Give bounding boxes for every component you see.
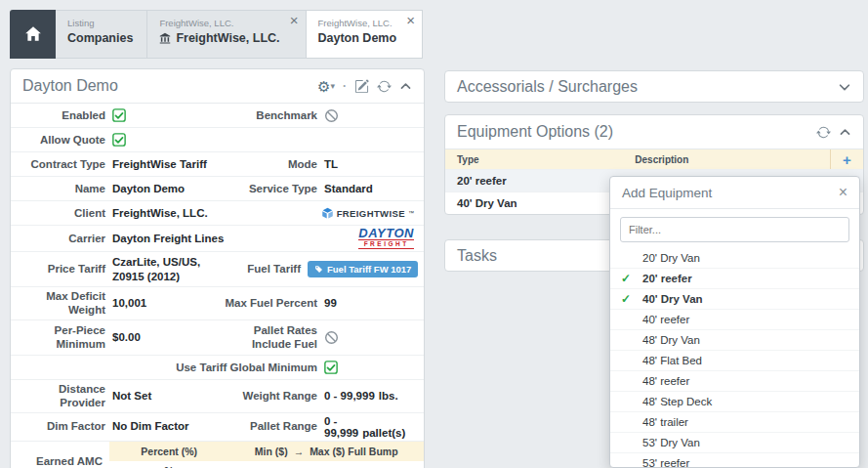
field-row: Dim Factor No Dim Factor Pallet Range 0 … (11, 413, 424, 442)
pallet-range-value: 0 - 99,999pallet(s) (324, 415, 414, 439)
close-icon[interactable]: × (839, 185, 847, 200)
check-icon: ✓ (621, 292, 631, 306)
tab-home[interactable] (10, 10, 56, 59)
list-item[interactable]: 48' Flat Bed (610, 351, 859, 371)
amc-col-min: Min ($) (255, 446, 288, 457)
chevron-up-icon (839, 126, 851, 139)
field-label: Pallet Range (224, 419, 324, 433)
field-label: Max Deficit Weight (21, 289, 112, 318)
field-label: Max Fuel Percent (224, 296, 324, 310)
close-icon[interactable]: × (406, 13, 415, 27)
list-item[interactable]: 48' Step Deck (610, 392, 859, 412)
list-item[interactable]: 53' Dry Van (610, 433, 859, 453)
dayton-logo-line1: DAYTON (358, 228, 414, 239)
plus-icon: + (843, 151, 851, 168)
collapse-equipment-button[interactable] (839, 126, 851, 139)
field-label: Weight Range (224, 389, 324, 403)
field-label: Contract Type (21, 157, 112, 171)
tasks-title: Tasks (457, 247, 497, 265)
accessorials-title: Accessorials / Surcharges (457, 78, 638, 96)
field-row: Name Dayton Demo Service Type Standard (11, 177, 424, 201)
popover-title: Add Equipment (622, 186, 712, 200)
list-item[interactable]: ✓20' reefer (610, 269, 859, 289)
field-label: Dim Factor (21, 419, 112, 433)
amc-col-max: Max ($) Full Bump (310, 446, 397, 457)
field-row: Per-Piece Minimum $0.00 Pallet Rates Inc… (11, 320, 424, 356)
ban-icon (324, 330, 414, 345)
equipment-options-title: Equipment Options (2) (457, 123, 613, 141)
list-item[interactable]: 53' reefer (610, 453, 859, 468)
price-tariff-value: CzarLite, US/US, Z0915 (2012) (112, 255, 224, 283)
weight-range-number: 0 - 99,999 (324, 390, 375, 402)
weight-range-value: 0 - 99,999lbs. (324, 390, 414, 402)
list-item[interactable]: 48' reefer (610, 371, 859, 392)
list-item[interactable]: 40' reefer (610, 310, 859, 330)
settings-dropdown-button[interactable]: ⚙ ▾ (317, 79, 335, 94)
field-label: Allow Quote (21, 133, 112, 147)
field-row: Max Deficit Weight 10,001 Max Fuel Perce… (11, 287, 424, 320)
add-equipment-button[interactable]: + (830, 149, 863, 169)
tab-dayton-demo[interactable]: × FreightWise, LLC. Dayton Demo (307, 10, 424, 59)
expand-accessorials-button[interactable] (838, 80, 851, 94)
pallet-rates-include-fuel-value (324, 330, 414, 345)
tab-label: Dayton Demo (318, 31, 397, 45)
tag-icon (314, 265, 323, 274)
refresh-equipment-button[interactable] (816, 125, 831, 140)
fuel-tariff-button[interactable]: Fuel Tariff FW 1017 (308, 261, 418, 277)
collapse-button[interactable] (399, 80, 412, 93)
arrow-right-icon: → (294, 446, 305, 457)
allow-quote-checkbox[interactable] (112, 133, 224, 147)
tab-companies[interactable]: Listing Companies (56, 10, 147, 59)
field-label: Per-Piece Minimum (21, 323, 112, 352)
use-tariff-global-minimum-checkbox[interactable] (324, 361, 414, 374)
equipment-option-label: 53' Dry Van (642, 437, 700, 448)
tab-caption: Listing (67, 18, 133, 28)
column-header-type: Type (445, 149, 629, 169)
equipment-options-list: 20' Dry Van ✓20' reefer ✓40' Dry Van 40'… (610, 248, 859, 468)
field-row: Distance Provider Not Set Weight Range 0… (11, 380, 424, 413)
field-label: Benchmark (224, 108, 324, 122)
list-item[interactable]: 48' trailer (610, 412, 859, 433)
field-label: Pallet Rates Include Fuel (224, 323, 324, 352)
freightwise-cube-icon (321, 207, 334, 220)
list-item[interactable]: 48' Dry Van (610, 330, 859, 351)
home-icon (24, 25, 42, 43)
weight-range-unit: lbs. (379, 390, 398, 402)
page-title: Dayton Demo (22, 77, 118, 95)
pencil-square-icon (354, 79, 369, 94)
equipment-option-label: 20' reefer (642, 273, 692, 284)
refresh-icon (816, 125, 831, 140)
equipment-option-label: 20' Dry Van (642, 252, 700, 264)
close-icon[interactable]: × (290, 13, 299, 27)
equipment-type-cell: 20' reefer (445, 170, 629, 191)
tariff-detail-card: Dayton Demo ⚙ ▾ · (10, 68, 425, 468)
field-row: Price Tariff CzarLite, US/US, Z0915 (201… (11, 252, 424, 287)
dim-factor-value: No Dim Factor (112, 419, 224, 433)
filter-input[interactable] (620, 217, 849, 242)
dayton-freight-logo: DAYTON FREIGHT (358, 228, 414, 249)
contract-type-value: FreightWise Tariff (112, 157, 224, 171)
carrier-value: Dayton Freight Lines (112, 232, 358, 245)
caret-down-icon: ▾ (330, 81, 335, 91)
field-row: Carrier Dayton Freight Lines DAYTON FREI… (11, 226, 424, 252)
field-row: Allow Quote (11, 128, 424, 152)
field-row: Use Tariff Global Minimum (11, 356, 424, 380)
trademark-symbol: ™ (408, 210, 414, 216)
max-deficit-weight-value: 10,001 (112, 296, 224, 310)
enabled-checkbox[interactable] (112, 108, 224, 122)
distance-provider-value: Not Set (112, 389, 224, 403)
service-type-value: Standard (324, 183, 414, 194)
refresh-button[interactable] (377, 79, 392, 94)
field-label: Distance Provider (21, 382, 112, 410)
tab-caption: FreightWise, LLC. (159, 18, 279, 28)
list-item[interactable]: ✓40' Dry Van (610, 289, 859, 310)
edit-button[interactable] (354, 79, 369, 94)
field-row: Enabled Benchmark (11, 104, 424, 128)
column-header-description: Description (629, 149, 830, 169)
equipment-option-label: 48' trailer (642, 416, 688, 428)
equipment-option-label: 48' reefer (642, 375, 689, 387)
tab-freightwise[interactable]: × FreightWise, LLC. FreightWise, LLC. (147, 10, 306, 59)
list-item[interactable]: 20' Dry Van (610, 248, 859, 269)
earned-amc-row: Earned AMC Percent (%) Min ($) → Max ($)… (11, 442, 424, 468)
tab-label: FreightWise, LLC. (176, 31, 279, 45)
